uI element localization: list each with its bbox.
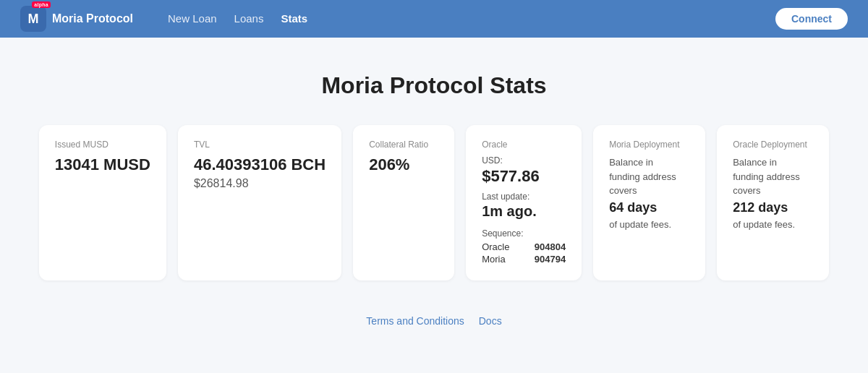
moria-deploy-body: Balance in funding address covers 64 day… <box>609 155 689 231</box>
oracle-label: Oracle <box>482 140 566 150</box>
oracle-update-label: Last update: <box>482 192 566 202</box>
oracle-seq-oracle-row: Oracle 904804 <box>482 241 566 252</box>
stats-grid: Issued MUSD 13041 MUSD TVL 46.40393106 B… <box>36 125 832 280</box>
main-content: Moria Protocol Stats Issued MUSD 13041 M… <box>0 38 868 350</box>
tvl-label: TVL <box>194 140 326 150</box>
oracle-seq-oracle-key: Oracle <box>482 241 509 252</box>
tvl-sub: $26814.98 <box>194 177 326 190</box>
moria-deploy-card: Moria Deployment Balance in funding addr… <box>593 125 705 280</box>
nav-links: New Loan Loans Stats <box>168 12 307 25</box>
oracle-deploy-days: 212 days <box>733 198 813 218</box>
stats-link[interactable]: Stats <box>281 12 307 25</box>
oracle-usd-label: USD: <box>482 155 566 166</box>
oracle-card: Oracle USD: $577.86 Last update: 1m ago.… <box>466 125 582 280</box>
oracle-deploy-body: Balance in funding address covers 212 da… <box>733 155 813 231</box>
footer: Terms and Conditions Docs <box>366 315 501 327</box>
issued-musd-label: Issued MUSD <box>55 140 150 150</box>
new-loan-link[interactable]: New Loan <box>168 12 217 25</box>
alpha-badge: alpha <box>32 1 51 8</box>
docs-link[interactable]: Docs <box>479 315 502 327</box>
moria-deploy-label: Moria Deployment <box>609 140 689 150</box>
connect-button[interactable]: Connect <box>775 8 848 30</box>
loans-link[interactable]: Loans <box>234 12 264 25</box>
oracle-seq-label: Sequence: <box>482 228 566 239</box>
logo[interactable]: alpha M Moria Protocol <box>20 6 133 32</box>
collateral-label: Collateral Ratio <box>369 140 438 150</box>
oracle-seq-moria-key: Moria <box>482 254 506 265</box>
collateral-value: 206% <box>369 155 438 174</box>
logo-icon: alpha M <box>20 6 46 32</box>
issued-musd-value: 13041 MUSD <box>55 155 150 174</box>
oracle-deploy-label: Oracle Deployment <box>733 140 813 150</box>
oracle-seq-oracle-val: 904804 <box>535 241 566 252</box>
issued-musd-card: Issued MUSD 13041 MUSD <box>39 125 166 280</box>
nav-item-new-loan[interactable]: New Loan <box>168 12 217 25</box>
tvl-card: TVL 46.40393106 BCH $26814.98 <box>178 125 341 280</box>
tvl-value: 46.40393106 BCH <box>194 155 326 174</box>
oracle-seq-moria-val: 904794 <box>535 254 566 265</box>
page-title: Moria Protocol Stats <box>321 72 546 99</box>
nav-item-loans[interactable]: Loans <box>234 12 264 25</box>
oracle-deploy-card: Oracle Deployment Balance in funding add… <box>717 125 829 280</box>
logo-text: Moria Protocol <box>52 12 133 25</box>
terms-link[interactable]: Terms and Conditions <box>366 315 464 327</box>
navbar: alpha M Moria Protocol New Loan Loans St… <box>0 0 868 38</box>
oracle-seq-moria-row: Moria 904794 <box>482 254 566 265</box>
oracle-update-value: 1m ago. <box>482 203 566 220</box>
nav-item-stats[interactable]: Stats <box>281 12 307 25</box>
collateral-card: Collateral Ratio 206% <box>353 125 454 280</box>
oracle-usd-value: $577.86 <box>482 167 566 186</box>
moria-deploy-days: 64 days <box>609 198 689 218</box>
